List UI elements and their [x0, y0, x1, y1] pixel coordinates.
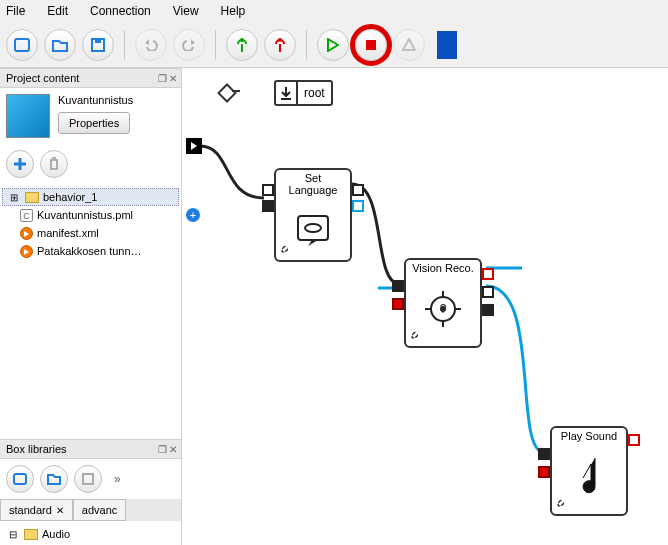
wrench-icon	[410, 328, 424, 342]
panel-restore-icon[interactable]: ❐	[158, 73, 167, 84]
tab-standard[interactable]: standard✕	[0, 499, 73, 521]
redo-button[interactable]	[173, 29, 205, 61]
port-in-stop[interactable]	[538, 466, 550, 478]
svg-rect-7	[83, 474, 93, 484]
new-project-button[interactable]	[6, 29, 38, 61]
port-out-stopped[interactable]	[482, 268, 494, 280]
node-title: Play Sound	[552, 428, 626, 444]
open-project-button[interactable]	[44, 29, 76, 61]
lib-save-button[interactable]	[74, 465, 102, 493]
port-in-start[interactable]	[392, 280, 404, 292]
node-vision-reco[interactable]: Vision Reco. ?	[404, 258, 482, 348]
menu-help[interactable]: Help	[221, 4, 246, 18]
tree-item-pata[interactable]: Patakakkosen tunn…	[2, 242, 179, 260]
close-icon[interactable]: ✕	[56, 505, 64, 516]
libs-panel-header: Box libraries ❐✕	[0, 439, 181, 459]
svg-rect-9	[298, 216, 328, 240]
speak-icon	[288, 208, 338, 258]
port-out-lang[interactable]	[352, 200, 364, 212]
svg-point-3	[240, 38, 244, 42]
panel-restore-icon[interactable]: ❐	[158, 444, 167, 455]
connect-button[interactable]	[226, 29, 258, 61]
port-out[interactable]	[352, 184, 364, 196]
svg-point-10	[305, 224, 321, 232]
tree-item-behavior[interactable]: ⊞behavior_1	[2, 188, 179, 206]
menu-bar: File Edit Connection View Help	[0, 0, 668, 22]
download-icon	[276, 82, 298, 104]
play-button[interactable]	[317, 29, 349, 61]
tab-advanced[interactable]: advanc	[73, 499, 126, 521]
svg-text:?: ?	[440, 302, 447, 316]
node-set-language[interactable]: Set Language	[274, 168, 352, 262]
flow-canvas[interactable]: root + Set Language Vision Reco. ?	[182, 68, 668, 545]
delete-button[interactable]	[40, 150, 68, 178]
music-note-icon	[569, 452, 609, 502]
disconnect-button[interactable]	[264, 29, 296, 61]
project-cube-icon	[6, 94, 50, 138]
stop-button[interactable]	[355, 29, 387, 61]
root-box[interactable]: root	[274, 80, 333, 106]
project-name: Kuvantunnistus	[58, 94, 133, 106]
main-toolbar	[0, 22, 668, 68]
wrench-icon	[280, 242, 294, 256]
port-out-done[interactable]	[482, 304, 494, 316]
add-input-button[interactable]: +	[186, 208, 200, 222]
save-project-button[interactable]	[82, 29, 114, 61]
port-in-stop[interactable]	[392, 298, 404, 310]
lib-new-button[interactable]	[6, 465, 34, 493]
node-play-sound[interactable]: Play Sound	[550, 426, 628, 516]
diamond-icon	[217, 83, 237, 103]
lib-open-button[interactable]	[40, 465, 68, 493]
properties-button[interactable]: Properties	[58, 112, 130, 134]
svg-rect-2	[95, 39, 101, 43]
tree-item-audio[interactable]: ⊟Audio	[2, 525, 179, 543]
node-title: Vision Reco.	[406, 260, 480, 276]
svg-rect-5	[366, 40, 376, 50]
sidebar: Project content ❐✕ Kuvantunnistus Proper…	[0, 68, 182, 545]
port-out-result[interactable]	[482, 286, 494, 298]
port-out-stopped[interactable]	[628, 434, 640, 446]
undo-button[interactable]	[135, 29, 167, 61]
menu-view[interactable]: View	[173, 4, 199, 18]
panel-close-icon[interactable]: ✕	[169, 73, 177, 84]
menu-connection[interactable]: Connection	[90, 4, 151, 18]
svg-rect-6	[14, 474, 26, 484]
wrench-icon	[556, 496, 570, 510]
tree-item-manifest[interactable]: manifest.xml	[2, 224, 179, 242]
project-panel-header: Project content ❐✕	[0, 68, 181, 88]
port-in-start[interactable]	[538, 448, 550, 460]
root-block: root	[220, 80, 333, 106]
project-tree[interactable]: ⊞behavior_1 CKuvantunnistus.pml manifest…	[0, 184, 181, 439]
target-icon: ?	[421, 287, 465, 331]
port-in-sig[interactable]	[262, 200, 274, 212]
on-start-port[interactable]	[186, 138, 202, 154]
panel-close-icon[interactable]: ✕	[169, 444, 177, 455]
lib-more-icon[interactable]: »	[114, 472, 121, 486]
add-button[interactable]	[6, 150, 34, 178]
tree-item-pml[interactable]: CKuvantunnistus.pml	[2, 206, 179, 224]
svg-point-4	[278, 38, 282, 42]
node-title: Set Language	[276, 170, 350, 198]
debug-button[interactable]	[393, 29, 425, 61]
menu-edit[interactable]: Edit	[47, 4, 68, 18]
menu-file[interactable]: File	[6, 4, 25, 18]
port-in[interactable]	[262, 184, 274, 196]
robot-indicator	[437, 31, 457, 59]
svg-rect-0	[15, 39, 29, 51]
